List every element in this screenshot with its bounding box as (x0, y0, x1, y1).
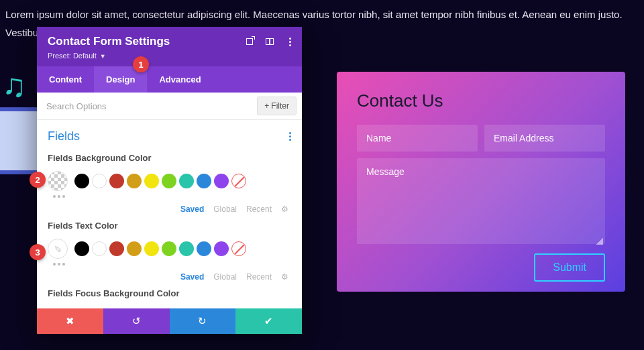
swatch-black[interactable] (74, 241, 89, 256)
swatch-tab-saved[interactable]: Saved (180, 272, 204, 282)
search-bar: +Filter (37, 93, 302, 120)
tab-content[interactable]: Content (37, 66, 94, 93)
undo-icon: ↺ (132, 315, 141, 327)
swatch-green[interactable] (162, 241, 176, 256)
field-label: Fields Text Color (48, 221, 291, 231)
chevron-down-icon: ▼ (100, 53, 106, 60)
music-note-icon: ♫ (2, 67, 26, 104)
swatch-selected-transparent[interactable] (48, 171, 68, 191)
gear-icon[interactable]: ⚙ (281, 205, 288, 214)
contact-form-preview: Contact Us Submit (337, 72, 625, 292)
swatch-purple[interactable] (214, 174, 229, 188)
panel-actions: ✖ ↺ ↻ ✔ (37, 308, 302, 334)
search-input[interactable] (37, 93, 252, 119)
email-input[interactable] (484, 125, 605, 152)
field-label: Fields Focus Background Color (48, 288, 291, 298)
swatch-none[interactable] (231, 174, 246, 188)
more-icon[interactable] (284, 36, 295, 47)
gear-icon[interactable]: ⚙ (281, 272, 288, 282)
tab-advanced[interactable]: Advanced (147, 66, 213, 93)
swatch-blue[interactable] (197, 174, 211, 188)
swatch-yellow[interactable] (144, 174, 159, 188)
swatch-selected-white[interactable] (48, 239, 68, 259)
swatch-purple[interactable] (214, 241, 229, 256)
preview-title: Contact Us (357, 91, 605, 111)
check-icon: ✔ (264, 315, 273, 327)
layout-icon[interactable] (264, 36, 275, 47)
swatch-teal[interactable] (179, 174, 194, 188)
swatch-none[interactable] (231, 241, 246, 256)
swatch-green[interactable] (162, 174, 176, 188)
swatch-teal[interactable] (179, 241, 194, 256)
swatch-blue[interactable] (197, 241, 211, 256)
swatch-tab-recent[interactable]: Recent (246, 205, 272, 214)
panel-header[interactable]: Contact Form Settings Preset: Default ▼ (37, 27, 302, 66)
swatch-dots-icon[interactable] (53, 263, 291, 266)
swatch-white[interactable] (92, 241, 107, 256)
swatch-tab-global[interactable]: Global (213, 272, 237, 282)
fields-focus-block: Fields Focus Background Color (37, 282, 302, 298)
cancel-button[interactable]: ✖ (37, 308, 103, 334)
resize-grip-icon[interactable] (596, 238, 603, 245)
callout-marker-2: 2 (30, 172, 46, 188)
undo-button[interactable]: ↺ (103, 308, 170, 334)
close-icon: ✖ (66, 315, 74, 327)
callout-marker-3: 3 (30, 244, 46, 260)
section-header[interactable]: Fields (37, 120, 302, 146)
plus-icon: + (264, 101, 269, 111)
swatch-red[interactable] (109, 174, 124, 188)
swatch-dots-icon[interactable] (53, 195, 291, 198)
fields-bg-block: Fields Background Color Saved Global Rec… (37, 146, 302, 214)
fields-text-block: Fields Text Color Saved Global Recent ⚙ (37, 214, 302, 282)
name-input[interactable] (357, 125, 478, 152)
section-menu-icon[interactable] (289, 132, 291, 141)
save-button[interactable]: ✔ (235, 308, 302, 334)
submit-button[interactable]: Submit (534, 253, 605, 282)
swatch-red[interactable] (109, 241, 124, 256)
swatch-tab-global[interactable]: Global (213, 205, 237, 214)
swatch-orange[interactable] (127, 241, 142, 256)
expand-icon[interactable] (244, 36, 255, 47)
panel-tabs: Content Design Advanced (37, 66, 302, 93)
swatch-tab-recent[interactable]: Recent (246, 272, 272, 282)
callout-marker-1: 1 (133, 56, 149, 72)
swatch-tab-saved[interactable]: Saved (180, 205, 204, 214)
preset-selector[interactable]: Preset: Default ▼ (48, 52, 291, 60)
message-textarea[interactable] (357, 158, 605, 244)
swatch-yellow[interactable] (144, 241, 159, 256)
redo-button[interactable]: ↻ (170, 308, 236, 334)
swatch-orange[interactable] (127, 174, 142, 188)
filter-button[interactable]: +Filter (257, 97, 297, 115)
field-label: Fields Background Color (48, 153, 291, 163)
redo-icon: ↻ (198, 315, 207, 327)
section-title: Fields (48, 129, 80, 143)
swatch-white[interactable] (92, 174, 107, 188)
swatch-black[interactable] (74, 174, 89, 188)
settings-panel: Contact Form Settings Preset: Default ▼ … (37, 27, 302, 334)
